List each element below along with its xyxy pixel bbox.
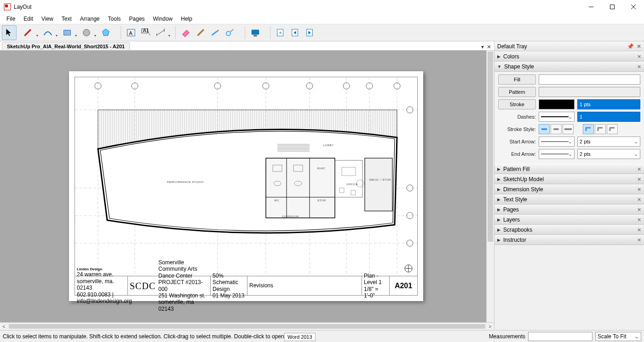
dashes-label: Dashes: (498, 114, 536, 120)
measurements-input[interactable] (528, 332, 592, 341)
panel-close-icon[interactable]: ✕ (637, 197, 641, 203)
dashes-select[interactable] (539, 112, 575, 122)
panel-close-icon[interactable]: ✕ (637, 177, 641, 182)
end-arrow-size[interactable]: 2 pts (577, 149, 640, 159)
menu-text[interactable]: Text (58, 15, 75, 23)
presentation-tool[interactable] (248, 25, 263, 40)
room-office: OFFICE (346, 183, 358, 186)
close-button[interactable] (623, 0, 644, 14)
text-tool[interactable]: A (124, 25, 138, 40)
panel-close-icon[interactable]: ✕ (637, 217, 641, 223)
stroke-width-input[interactable]: 1 pts (577, 99, 640, 109)
panel-text-style[interactable]: ▶Text Style✕ (494, 194, 644, 205)
canvas[interactable]: PERFORMANCE STUDIO CORRIDOR OFFICE MECH.… (0, 51, 494, 322)
menu-tools[interactable]: Tools (104, 15, 125, 23)
floorplan-drawing (75, 77, 417, 276)
rectangle-tool[interactable] (60, 25, 75, 40)
svg-point-17 (226, 31, 230, 35)
panel-pages[interactable]: ▶Pages✕ (494, 205, 644, 215)
end-arrow-select[interactable] (539, 149, 575, 159)
dimension-tool[interactable] (153, 25, 168, 40)
panel-instructor[interactable]: ▶Instructor✕ (494, 235, 644, 245)
zoom-select[interactable]: Scale To Fit (595, 332, 641, 341)
menu-help[interactable]: Help (177, 15, 196, 23)
room-lobby: LOBBY (323, 144, 334, 147)
add-page-button[interactable]: + (273, 25, 288, 40)
eraser-tool[interactable] (178, 25, 193, 40)
next-page-button[interactable] (303, 25, 317, 40)
join-bevel[interactable] (607, 124, 618, 134)
tray-close-icon[interactable]: ✕ (637, 43, 641, 50)
panel-close-icon[interactable]: ✕ (637, 207, 641, 213)
default-tray: Default Tray 📌✕ ▶Colors✕ ▼Shape Style✕ F… (494, 41, 644, 330)
page[interactable]: PERFORMANCE STUDIO CORRIDOR OFFICE MECH.… (69, 71, 423, 301)
pattern-swatch[interactable] (539, 87, 640, 97)
issue: 50% Schematic Design (213, 273, 245, 292)
menu-window[interactable]: Window (150, 15, 177, 23)
room-mech: MECH. / STOR. (369, 178, 392, 181)
menu-pages[interactable]: Pages (126, 15, 149, 23)
floorplan-viewport[interactable]: PERFORMANCE STUDIO CORRIDOR OFFICE MECH.… (75, 77, 417, 276)
pattern-toggle[interactable]: Pattern (498, 87, 536, 97)
circle-tool[interactable] (79, 25, 94, 40)
svg-marker-8 (103, 29, 109, 36)
cap-square[interactable] (563, 124, 574, 134)
room-elec: ELEC (317, 167, 326, 170)
start-arrow-label: Start Arrow: (498, 139, 536, 144)
revisions: Revisions (249, 282, 360, 289)
style-eyedropper-tool[interactable] (193, 25, 208, 40)
label-tool[interactable]: A1 (138, 25, 153, 40)
panel-shape-style[interactable]: ▼Shape Style✕ (494, 62, 644, 72)
dash-scale-input[interactable]: 1 (577, 112, 640, 122)
join-miter[interactable] (583, 124, 594, 134)
panel-close-icon[interactable]: ✕ (637, 64, 641, 70)
panel-dimension-style[interactable]: ▶Dimension Style✕ (494, 184, 644, 194)
stroke-color[interactable] (539, 99, 575, 109)
status-hint: Click to select items to manipulate. Shi… (3, 333, 301, 340)
cap-flat[interactable] (539, 124, 550, 134)
panel-close-icon[interactable]: ✕ (637, 54, 641, 60)
panel-layers[interactable]: ▶Layers✕ (494, 215, 644, 225)
document-tab[interactable]: SketchUp Pro_AIA_Real-World_Short2015 - … (2, 42, 130, 50)
maximize-button[interactable] (602, 0, 623, 14)
panel-colors[interactable]: ▶Colors✕ (494, 51, 644, 62)
panel-close-icon[interactable]: ✕ (637, 227, 641, 233)
tab-close-icon[interactable]: ✕ (487, 44, 491, 50)
menu-edit[interactable]: Edit (20, 15, 37, 23)
svg-rect-18 (252, 30, 259, 35)
cap-round[interactable] (551, 124, 562, 134)
panel-close-icon[interactable]: ✕ (637, 166, 641, 172)
pin-icon[interactable]: 📌 (627, 43, 634, 50)
stroke-toggle[interactable]: Stroke (498, 99, 536, 109)
menu-arrange[interactable]: Arrange (76, 15, 104, 23)
start-arrow-select[interactable] (539, 137, 575, 147)
svg-rect-19 (253, 35, 257, 37)
menu-file[interactable]: File (3, 15, 19, 23)
toolbar: A A1 + (0, 24, 644, 41)
split-tool[interactable] (208, 25, 223, 40)
panel-close-icon[interactable]: ✕ (637, 237, 641, 243)
panel-sketchup-model[interactable]: ▶SketchUp Model✕ (494, 174, 644, 184)
firm-name: Linden Design (77, 267, 126, 272)
join-round[interactable] (595, 124, 606, 134)
panel-pattern-fill[interactable]: ▶Pattern Fill✕ (494, 164, 644, 174)
start-arrow-size[interactable]: 2 pts (577, 137, 640, 147)
prev-page-button[interactable] (288, 25, 303, 40)
panel-scrapbooks[interactable]: ▶Scrapbooks✕ (494, 225, 644, 235)
minimize-button[interactable] (581, 0, 602, 14)
horizontal-scrollbar[interactable]: <> (0, 322, 494, 330)
svg-rect-1 (5, 5, 8, 7)
arc-tool[interactable] (40, 25, 55, 40)
menu-view[interactable]: View (38, 15, 57, 23)
sheet-number: A201 (390, 276, 417, 295)
pencil-tool[interactable] (21, 25, 36, 40)
vertical-scrollbar[interactable] (486, 51, 494, 322)
tab-menu-icon[interactable]: ▾ (481, 44, 484, 50)
polygon-tool[interactable] (98, 25, 113, 40)
panel-close-icon[interactable]: ✕ (637, 187, 641, 193)
select-tool[interactable] (2, 25, 17, 40)
join-tool[interactable] (223, 25, 237, 40)
fill-swatch[interactable] (539, 74, 640, 85)
firm-addr: 24 warren ave. somerville, ma. 02143 (77, 271, 126, 291)
fill-toggle[interactable]: Fill (498, 74, 536, 85)
